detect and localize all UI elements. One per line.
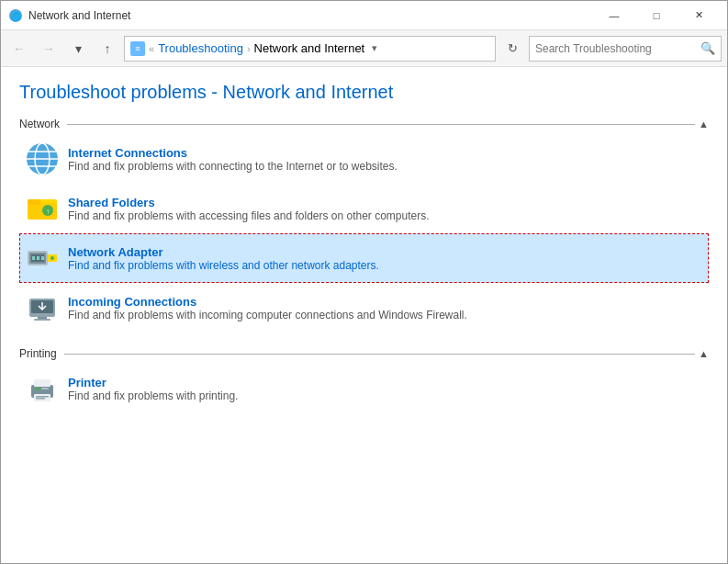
item-incoming-connections[interactable]: Incoming Connections Find and fix proble… bbox=[19, 283, 709, 333]
internet-connections-desc: Find and fix problems with connecting to… bbox=[68, 160, 398, 173]
refresh-icon: ↻ bbox=[508, 41, 518, 55]
svg-rect-29 bbox=[41, 388, 49, 389]
section-network-collapse[interactable]: ▲ bbox=[699, 118, 709, 130]
maximize-button[interactable]: □ bbox=[635, 1, 678, 30]
svg-point-16 bbox=[50, 256, 54, 260]
back-button[interactable]: ← bbox=[6, 36, 32, 62]
shared-folders-title: Shared Folders bbox=[68, 196, 430, 209]
minimize-button[interactable]: — bbox=[593, 1, 635, 30]
network-adapter-desc: Find and fix problems with wireless and … bbox=[68, 259, 379, 272]
address-chevron-icon[interactable]: ▾ bbox=[368, 40, 381, 56]
svg-rect-19 bbox=[41, 256, 44, 260]
forward-button[interactable]: → bbox=[36, 36, 62, 62]
section-network-label: Network bbox=[19, 118, 60, 130]
recent-icon: ▾ bbox=[75, 41, 82, 56]
window-title: Network and Internet bbox=[28, 9, 130, 22]
back-icon: ← bbox=[13, 41, 26, 56]
page-title: Troubleshoot problems - Network and Inte… bbox=[19, 82, 709, 103]
svg-text:↑: ↑ bbox=[46, 208, 50, 216]
shared-folders-desc: Find and fix problems with accessing fil… bbox=[68, 209, 430, 222]
address-field[interactable]: ≡ « Troubleshooting › Network and Intern… bbox=[124, 36, 496, 62]
incoming-connections-icon bbox=[26, 291, 59, 324]
title-bar: 🌐 Network and Internet — □ ✕ bbox=[1, 1, 727, 30]
svg-rect-27 bbox=[34, 379, 50, 387]
title-bar-left: 🌐 Network and Internet bbox=[8, 8, 130, 23]
search-icon[interactable]: 🔍 bbox=[700, 41, 715, 55]
incoming-connections-text: Incoming Connections Find and fix proble… bbox=[68, 295, 467, 321]
printer-icon bbox=[26, 372, 59, 405]
internet-connections-text: Internet Connections Find and fix proble… bbox=[68, 146, 398, 173]
printer-desc: Find and fix problems with printing. bbox=[68, 389, 238, 402]
forward-icon: → bbox=[42, 41, 55, 56]
network-adapter-icon bbox=[26, 242, 59, 275]
section-network: Network ▲ Internet Connections Find and … bbox=[19, 118, 709, 333]
item-shared-folders[interactable]: ↑ Shared Folders Find and fix problems w… bbox=[19, 184, 709, 233]
section-network-header: Network ▲ bbox=[19, 118, 709, 130]
breadcrumb-current: Network and Internet bbox=[254, 41, 365, 55]
section-printing-header: Printing ▲ bbox=[19, 347, 709, 360]
recent-button[interactable]: ▾ bbox=[65, 36, 91, 62]
internet-connections-title: Internet Connections bbox=[68, 146, 398, 160]
breadcrumb-folder-icon: ≡ bbox=[130, 41, 145, 56]
section-printing-line bbox=[64, 354, 695, 355]
up-icon: ↑ bbox=[105, 41, 111, 56]
svg-rect-17 bbox=[32, 256, 35, 260]
item-internet-connections[interactable]: Internet Connections Find and fix proble… bbox=[19, 134, 709, 184]
svg-rect-31 bbox=[36, 398, 45, 400]
internet-connections-icon bbox=[26, 142, 59, 175]
incoming-connections-desc: Find and fix problems with incoming comp… bbox=[68, 309, 467, 321]
search-input[interactable] bbox=[535, 42, 697, 55]
svg-rect-9 bbox=[28, 199, 40, 205]
window-icon: 🌐 bbox=[8, 8, 23, 23]
printer-title: Printer bbox=[68, 376, 238, 389]
shared-folders-icon: ↑ bbox=[26, 192, 59, 225]
address-bar: ← → ▾ ↑ ≡ « Troubleshooting › Network an… bbox=[1, 30, 727, 67]
network-adapter-text: Network Adapter Find and fix problems wi… bbox=[68, 245, 379, 272]
main-content: Troubleshoot problems - Network and Inte… bbox=[1, 67, 727, 443]
incoming-connections-title: Incoming Connections bbox=[68, 295, 467, 309]
up-button[interactable]: ↑ bbox=[95, 36, 120, 62]
breadcrumb-arrow: › bbox=[247, 43, 251, 54]
section-printing: Printing ▲ Printer Find and fix problems… bbox=[19, 347, 709, 413]
svg-text:🌐: 🌐 bbox=[11, 11, 22, 22]
printer-text: Printer Find and fix problems with print… bbox=[68, 376, 238, 402]
section-printing-collapse[interactable]: ▲ bbox=[699, 348, 709, 359]
item-printer[interactable]: Printer Find and fix problems with print… bbox=[19, 364, 709, 413]
refresh-button[interactable]: ↻ bbox=[499, 36, 525, 62]
shared-folders-text: Shared Folders Find and fix problems wit… bbox=[68, 196, 430, 222]
breadcrumb-sep1: « bbox=[149, 43, 154, 54]
item-network-adapter[interactable]: Network Adapter Find and fix problems wi… bbox=[19, 233, 709, 283]
search-box[interactable]: 🔍 bbox=[529, 36, 722, 62]
svg-rect-30 bbox=[36, 396, 49, 398]
svg-rect-23 bbox=[34, 319, 50, 321]
breadcrumb-parent[interactable]: Troubleshooting bbox=[158, 41, 243, 55]
section-printing-label: Printing bbox=[19, 347, 57, 360]
network-adapter-title: Network Adapter bbox=[68, 245, 379, 259]
close-button[interactable]: ✕ bbox=[678, 1, 720, 30]
svg-rect-28 bbox=[36, 388, 39, 390]
title-bar-controls: — □ ✕ bbox=[593, 1, 720, 30]
svg-rect-18 bbox=[37, 256, 39, 260]
section-network-line bbox=[67, 124, 695, 125]
